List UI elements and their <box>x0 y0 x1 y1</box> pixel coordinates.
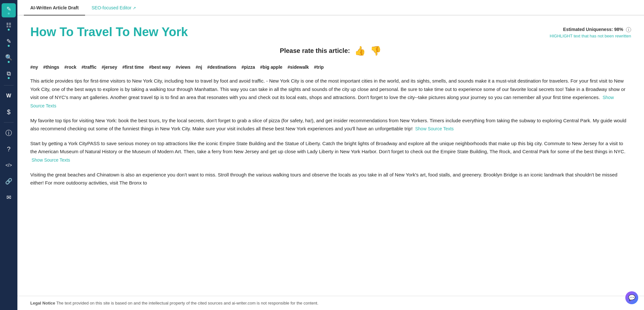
highlight-link[interactable]: HIGHLIGHT text that has not been rewritt… <box>550 34 631 38</box>
uniqueness-info-icon[interactable]: i <box>626 27 631 32</box>
sidebar-separator-2 <box>4 122 14 123</box>
hashtag-destinations: #destinations <box>207 65 236 70</box>
sidebar-item-code[interactable]: </> <box>2 158 16 172</box>
hashtag-things: #things <box>43 65 59 70</box>
sidebar-item-edit[interactable]: ✎ <box>2 35 16 50</box>
para-2-text: My favorite top tips for visiting New Yo… <box>30 118 626 132</box>
sidebar-item-write[interactable]: ✎ <box>2 3 16 17</box>
sidebar-item-link[interactable]: 🔗 <box>2 174 16 188</box>
code-icon: </> <box>5 163 12 167</box>
question-icon: ? <box>7 146 10 152</box>
sidebar-dot <box>8 77 10 79</box>
external-link-icon: ↗ <box>133 6 136 10</box>
tab-seo-editor-label: SEO-focused Editor ↗ <box>91 5 136 10</box>
dollar-icon: $ <box>7 109 10 115</box>
hashtag-views: #views <box>176 65 190 70</box>
thumbs-down-button[interactable]: 👎 <box>370 45 381 56</box>
hashtag-ny: #ny <box>30 65 38 70</box>
sidebar-item-wordpress[interactable]: W <box>2 89 16 103</box>
article-paragraph-3: Start by getting a York CityPASS to save… <box>30 139 631 164</box>
article-header-row: How To Travel To New York Estimated Uniq… <box>30 25 631 39</box>
tabs-bar: AI-Written Article Draft SEO-focused Edi… <box>17 0 644 15</box>
hashtag-traffic: #traffic <box>82 65 97 70</box>
edit-icon: ✎ <box>6 38 11 44</box>
sidebar-item-question[interactable]: ? <box>2 142 16 156</box>
wordpress-icon: W <box>6 93 11 98</box>
article-paragraph-4: Visiting the great beaches and Chinatown… <box>30 171 631 187</box>
para-4-text: Visiting the great beaches and Chinatown… <box>30 172 617 186</box>
mail-icon: ✉ <box>6 195 11 200</box>
hashtags-row: #ny #things #rock #traffic #jersey #firs… <box>30 63 631 72</box>
para-1-text: This article provides tips for first-tim… <box>30 78 625 100</box>
article-title: How To Travel To New York <box>30 25 188 39</box>
search-icon: 🔍 <box>5 55 12 60</box>
sidebar-item-help[interactable]: ⓘ <box>2 126 16 140</box>
chat-icon: 💬 <box>628 294 635 301</box>
sidebar-dot <box>8 61 10 63</box>
para-3-text: Start by getting a York CityPASS to save… <box>30 141 625 155</box>
sidebar-dot <box>8 13 10 15</box>
legal-text: The text provided on this site is based … <box>55 301 318 305</box>
content-area: How To Travel To New York Estimated Uniq… <box>17 15 644 296</box>
legal-bold-label: Legal Notice <box>30 301 55 305</box>
show-source-button-2[interactable]: Show Source Texts <box>415 126 454 131</box>
hashtag-jersey: #jersey <box>102 65 117 70</box>
uniqueness-box: Estimated Uniqueness: 98% i HIGHLIGHT te… <box>550 26 631 38</box>
article-paragraph-2: My favorite top tips for visiting New Yo… <box>30 116 631 133</box>
hashtag-nj: #nj <box>196 65 202 70</box>
rating-row: Please rate this article: 👍 👎 <box>30 45 631 56</box>
thumbs-up-button[interactable]: 👍 <box>354 45 366 56</box>
article-body: This article provides tips for first-tim… <box>30 77 631 187</box>
hashtag-best-way: #best way <box>149 65 171 70</box>
tab-ai-draft[interactable]: AI-Written Article Draft <box>24 0 85 15</box>
write-icon: ✎ <box>6 6 11 12</box>
document-icon: ☷ <box>6 22 11 28</box>
legal-notice: Legal Notice The text provided on this s… <box>17 296 644 310</box>
hashtag-big-apple: #big apple <box>260 65 282 70</box>
hashtag-pizza: #pizza <box>241 65 255 70</box>
tab-ai-draft-label: AI-Written Article Draft <box>30 5 79 10</box>
sidebar-item-dollar[interactable]: $ <box>2 105 16 119</box>
article-paragraph-1: This article provides tips for first-tim… <box>30 77 631 110</box>
sidebar-separator <box>4 85 14 85</box>
sidebar-dot <box>8 29 10 31</box>
hashtag-first-time: #first time <box>122 65 144 70</box>
show-source-button-3[interactable]: Show Source Texts <box>32 157 70 163</box>
link-icon: 🔗 <box>5 178 12 184</box>
help-circle-icon: ⓘ <box>5 130 12 136</box>
chat-bubble-button[interactable]: 💬 <box>625 291 638 304</box>
uniqueness-label: Estimated Uniqueness: 98% <box>563 27 623 32</box>
sidebar-item-document[interactable]: ☷ <box>2 19 16 34</box>
layers-icon: ⧉ <box>7 71 11 76</box>
sidebar-item-search[interactable]: 🔍 <box>2 52 16 66</box>
sidebar: ✎ ☷ ✎ 🔍 ⧉ W $ ⓘ ? </> 🔗 ✉ <box>0 0 17 310</box>
hashtag-trip: #trip <box>314 65 324 70</box>
tab-seo-editor[interactable]: SEO-focused Editor ↗ <box>85 0 142 15</box>
main-panel: AI-Written Article Draft SEO-focused Edi… <box>17 0 644 310</box>
sidebar-item-layers[interactable]: ⧉ <box>2 68 16 82</box>
sidebar-dot <box>8 45 10 47</box>
rating-prompt: Please rate this article: <box>280 47 350 55</box>
hashtag-rock: #rock <box>64 65 76 70</box>
hashtag-sidewalk: #sidewalk <box>287 65 309 70</box>
sidebar-item-mail[interactable]: ✉ <box>2 190 16 205</box>
